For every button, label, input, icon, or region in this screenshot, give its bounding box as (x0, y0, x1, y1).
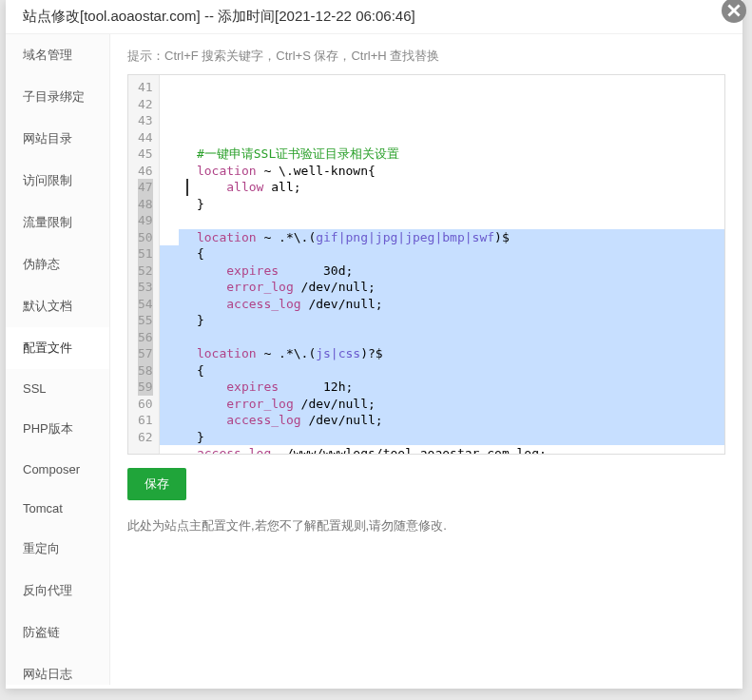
sidebar-item-15[interactable]: 网站日志 (6, 653, 109, 685)
sidebar-item-13[interactable]: 反向代理 (6, 570, 109, 612)
gutter-line: 61 (138, 412, 153, 429)
code-line[interactable]: expires 12h; (160, 379, 724, 396)
code-line[interactable]: } (160, 312, 724, 329)
gutter-line: 46 (138, 163, 153, 180)
sidebar-item-5[interactable]: 伪静态 (6, 243, 109, 285)
warning-text: 此处为站点主配置文件,若您不了解配置规则,请勿随意修改. (127, 517, 725, 535)
code-line[interactable]: access_log /dev/null; (160, 296, 724, 313)
gutter-line: 53 (138, 279, 153, 296)
code-line[interactable] (160, 129, 724, 146)
code-area[interactable]: #一键申请SSL证书验证目录相关设置 location ~ \.well-kno… (160, 75, 724, 454)
sidebar: 域名管理子目录绑定网站目录访问限制流量限制伪静态默认文档配置文件SSLPHP版本… (6, 34, 110, 685)
gutter-line: 52 (138, 262, 153, 280)
line-gutter: 4142434445464748495051525354555657585960… (128, 75, 160, 454)
code-line[interactable]: access_log /dev/null; (160, 412, 724, 429)
gutter-line: 49 (138, 212, 153, 229)
sidebar-item-6[interactable]: 默认文档 (6, 285, 109, 327)
code-line[interactable]: } (160, 429, 724, 446)
sidebar-item-10[interactable]: Composer (6, 450, 109, 489)
code-line[interactable] (160, 212, 724, 229)
gutter-line: 59 (138, 379, 153, 396)
code-line[interactable]: location ~ .*\.(js|css)?$ (160, 345, 724, 362)
editor-hint: 提示：Ctrl+F 搜索关键字，Ctrl+S 保存，Ctrl+H 查找替换 (127, 48, 725, 65)
code-line[interactable]: #一键申请SSL证书验证目录相关设置 (160, 146, 724, 163)
gutter-line: 43 (138, 112, 153, 129)
gutter-line: 51 (138, 245, 153, 262)
close-icon (727, 4, 741, 17)
modal-title: 站点修改[tool.aoaostar.com] -- 添加时间[2021-12-… (6, 0, 742, 34)
gutter-line: 45 (138, 146, 153, 163)
code-line[interactable]: error_log /dev/null; (160, 396, 724, 413)
gutter-line: 55 (138, 312, 153, 329)
code-line[interactable]: expires 30d; (160, 262, 724, 280)
sidebar-item-12[interactable]: 重定向 (6, 528, 109, 570)
sidebar-item-7[interactable]: 配置文件 (6, 327, 109, 369)
sidebar-item-4[interactable]: 流量限制 (6, 202, 109, 243)
sidebar-item-3[interactable]: 访问限制 (6, 160, 109, 202)
gutter-line: 60 (138, 396, 153, 413)
gutter-line: 54 (138, 296, 153, 313)
code-line[interactable] (160, 329, 724, 346)
sidebar-item-14[interactable]: 防盗链 (6, 612, 109, 653)
gutter-line: 44 (138, 129, 153, 146)
code-line[interactable]: access_log /www/wwwlogs/tool.aoaostar.co… (160, 445, 724, 454)
gutter-line: 50 (138, 229, 153, 246)
code-line[interactable]: error_log /dev/null; (160, 279, 724, 296)
gutter-line: 47 (138, 179, 153, 196)
code-line[interactable]: location ~ \.well-known{ (160, 163, 724, 180)
sidebar-item-11[interactable]: Tomcat (6, 489, 109, 528)
text-cursor (186, 179, 188, 196)
code-line[interactable]: { (160, 245, 724, 262)
gutter-line: 58 (138, 362, 153, 379)
code-line[interactable]: allow all; (160, 179, 724, 196)
close-button[interactable] (722, 0, 746, 23)
code-line[interactable]: } (160, 196, 724, 213)
gutter-line: 41 (138, 79, 153, 96)
sidebar-item-1[interactable]: 子目录绑定 (6, 76, 109, 118)
modal-body: 域名管理子目录绑定网站目录访问限制流量限制伪静态默认文档配置文件SSLPHP版本… (6, 34, 742, 685)
gutter-line: 56 (138, 329, 153, 346)
gutter-line: 57 (138, 345, 153, 362)
sidebar-item-9[interactable]: PHP版本 (6, 408, 109, 450)
save-button[interactable]: 保存 (127, 468, 186, 500)
gutter-line: 42 (138, 96, 153, 113)
sidebar-item-2[interactable]: 网站目录 (6, 118, 109, 160)
sidebar-item-0[interactable]: 域名管理 (6, 34, 109, 76)
code-editor[interactable]: 4142434445464748495051525354555657585960… (127, 74, 725, 455)
code-line[interactable]: location ~ .*\.(gif|png|jpg|jpeg|bmp|swf… (160, 229, 724, 246)
code-line[interactable]: { (160, 362, 724, 379)
gutter-line: 62 (138, 429, 153, 446)
gutter-line: 48 (138, 196, 153, 213)
site-edit-modal: 站点修改[tool.aoaostar.com] -- 添加时间[2021-12-… (6, 0, 742, 689)
main-panel: 提示：Ctrl+F 搜索关键字，Ctrl+S 保存，Ctrl+H 查找替换 41… (110, 34, 742, 685)
sidebar-item-8[interactable]: SSL (6, 369, 109, 408)
